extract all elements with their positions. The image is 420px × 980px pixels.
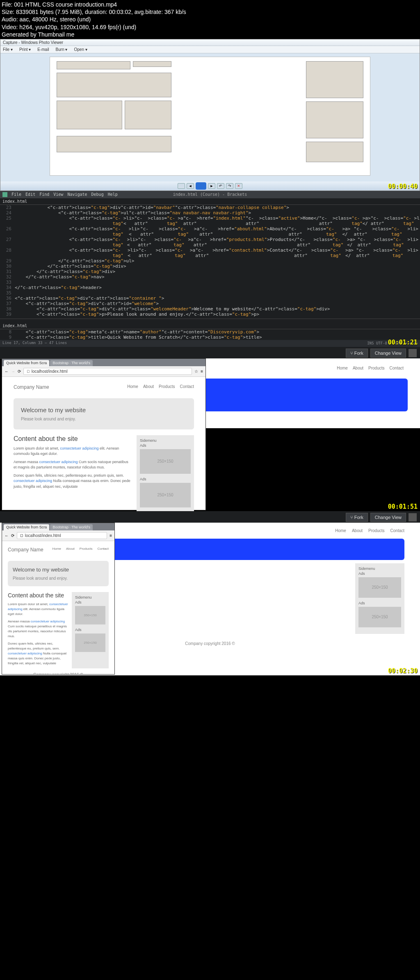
back-icon[interactable]: ← xyxy=(5,533,9,538)
menu-find[interactable]: Find xyxy=(39,192,49,197)
browser-tabs[interactable]: Quick Website from Scra Bootstrap · The … xyxy=(2,359,205,366)
menu-icon[interactable]: ≡ xyxy=(110,533,112,538)
status-bar: Line 17, Column 33 — 47 Lines INS UTF-8 … xyxy=(0,340,420,347)
nav-home[interactable]: Home xyxy=(335,528,346,533)
menu-edit[interactable]: Edit xyxy=(25,192,35,197)
file-tab-2[interactable]: index.html xyxy=(0,323,420,329)
bg-sidebar: Sidemenu Ads 250×150 Ads 250×150 xyxy=(355,563,404,634)
thumbnail-frame-2: File Edit Find View Navigate Debug Help … xyxy=(0,191,420,347)
change-view-button[interactable]: Change View xyxy=(370,349,406,358)
url-input[interactable]: 🗋 localhost/index.html xyxy=(17,532,107,539)
welcome-title: Welcome to my website xyxy=(21,406,187,413)
browser-window: Quick Website from Scra Bootstrap · The … xyxy=(2,358,206,510)
file-tab[interactable]: index.html xyxy=(0,198,420,205)
media-controls[interactable]: ◄ ► ↶ ↷ ✕ xyxy=(0,181,420,190)
nav-products[interactable]: Products xyxy=(80,547,93,553)
nav-about[interactable]: About xyxy=(66,547,75,553)
menu-view[interactable]: View xyxy=(53,192,63,197)
reload-icon[interactable]: ⟳ xyxy=(11,533,14,538)
nav-products[interactable]: Products xyxy=(159,384,175,390)
thumbnail-frame-3: ⑂ Fork Change View Home About Products C… xyxy=(0,347,420,511)
window-title: Capture - Windows Photo Viewer xyxy=(0,39,420,46)
delete-icon[interactable]: ✕ xyxy=(235,183,242,189)
nav-products[interactable]: Products xyxy=(368,366,384,370)
brand[interactable]: Company Name xyxy=(14,384,49,390)
zoom-icon[interactable] xyxy=(178,183,185,189)
nav-contact[interactable]: Contact xyxy=(97,547,109,553)
menu-email[interactable]: E-mail xyxy=(37,47,49,52)
tab-2[interactable]: Bootstrap · The world's xyxy=(50,360,93,366)
timestamp: 00:01:51 xyxy=(388,503,418,510)
welcome-box: Welcome to my website Please look around… xyxy=(14,398,194,429)
menu-print[interactable]: Print ▾ xyxy=(19,47,31,52)
fork-button[interactable]: ⑂ Fork xyxy=(346,513,368,522)
welcome-subtitle: Please look around and enjoy. xyxy=(21,417,187,421)
nav-about[interactable]: About xyxy=(143,384,154,390)
nav-home[interactable]: Home xyxy=(52,547,61,553)
menu-burn[interactable]: Burn ▾ xyxy=(56,47,68,52)
nav-about[interactable]: About xyxy=(352,528,363,533)
menu-file[interactable]: File xyxy=(11,192,21,197)
timestamp: 00:00:40 xyxy=(388,183,418,190)
photo-viewer-menu[interactable]: File ▾ Print ▾ E-mail Burn ▾ Open ▾ xyxy=(0,46,420,53)
menu-file[interactable]: File ▾ xyxy=(3,47,13,52)
tab-1[interactable]: Quick Website from Scra xyxy=(4,524,49,530)
tab-2[interactable]: Bootstrap · The world's xyxy=(50,524,93,530)
rotate-right-icon[interactable]: ↷ xyxy=(226,183,233,189)
forward-icon[interactable]: → xyxy=(11,369,15,374)
thumbnail-frame-4: ⑂ Fork Change View Home About Products C… xyxy=(0,511,420,675)
menu-navigate[interactable]: Navigate xyxy=(67,192,87,197)
play-button[interactable] xyxy=(196,182,206,190)
menu-help[interactable]: Help xyxy=(108,192,118,197)
welcome-subtitle: Please look around and enjoy. xyxy=(13,576,104,581)
wireframe-mockup xyxy=(50,57,370,176)
next-icon[interactable]: ► xyxy=(208,183,215,189)
brackets-icon xyxy=(2,192,7,197)
menu-debug[interactable]: Debug xyxy=(91,192,104,197)
nav-products[interactable]: Products xyxy=(368,528,384,533)
brand[interactable]: Company Name xyxy=(8,547,43,553)
prev-icon[interactable]: ◄ xyxy=(187,183,194,189)
star-icon[interactable]: ☆ xyxy=(194,369,198,374)
nav-about[interactable]: About xyxy=(353,366,363,370)
address-bar: ← → ⟳ 🗋 localhost/index.html ☆ ≡ xyxy=(2,366,205,377)
ad-slot-1: 250×150 xyxy=(140,449,191,474)
nav-contact[interactable]: Contact xyxy=(180,384,194,390)
code-pane-top[interactable]: 23 <"c-attr">class="c-tag">div "c-attr">… xyxy=(0,205,420,317)
content-heading: Content about the site xyxy=(8,592,68,599)
change-view-button[interactable]: Change View xyxy=(370,513,406,522)
timestamp: 00:01:21 xyxy=(388,339,418,346)
footer: Company copyright 2016 © xyxy=(8,668,109,675)
rotate-left-icon[interactable]: ↶ xyxy=(217,183,224,189)
ad-slot-2: 250×150 xyxy=(140,483,191,507)
content-main: Content about the site Lorem ipsum dolor… xyxy=(14,435,131,514)
content-heading: Content about the site xyxy=(14,435,131,443)
thumbnail-frame-1: Capture - Windows Photo Viewer File ▾ Pr… xyxy=(0,39,420,191)
reload-icon[interactable]: ⟳ xyxy=(18,369,21,374)
url-input[interactable]: 🗋 localhost/index.html xyxy=(23,368,192,375)
nav-contact[interactable]: Contact xyxy=(390,366,404,370)
tab-1[interactable]: Quick Website from Scra xyxy=(4,360,49,366)
fork-button[interactable]: ⑂ Fork xyxy=(346,349,368,358)
timestamp: 00:02:30 xyxy=(388,667,418,675)
avatar-icon[interactable] xyxy=(409,513,417,521)
narrow-browser: Quick Website from Scra Bootstrap · The … xyxy=(2,523,115,675)
nav-contact[interactable]: Contact xyxy=(390,528,404,533)
welcome-title: Welcome to my website xyxy=(13,567,104,573)
codepen-toolbar: ⑂ Fork Change View xyxy=(0,511,420,523)
menu-open[interactable]: Open ▾ xyxy=(74,47,87,52)
nav-home[interactable]: Home xyxy=(127,384,138,390)
back-icon[interactable]: ← xyxy=(5,369,9,374)
menu-icon[interactable]: ≡ xyxy=(201,369,203,374)
editor-title: index.html (Course) - Brackets xyxy=(173,192,247,197)
video-metadata: File: 001 HTML CSS course introduction.m… xyxy=(0,0,420,39)
codepen-toolbar: ⑂ Fork Change View xyxy=(0,347,420,359)
nav-home[interactable]: Home xyxy=(337,366,348,370)
avatar-icon[interactable] xyxy=(409,349,417,357)
sidebar: Sidemenu Ads 250×150 Ads 250×150 xyxy=(137,435,194,514)
